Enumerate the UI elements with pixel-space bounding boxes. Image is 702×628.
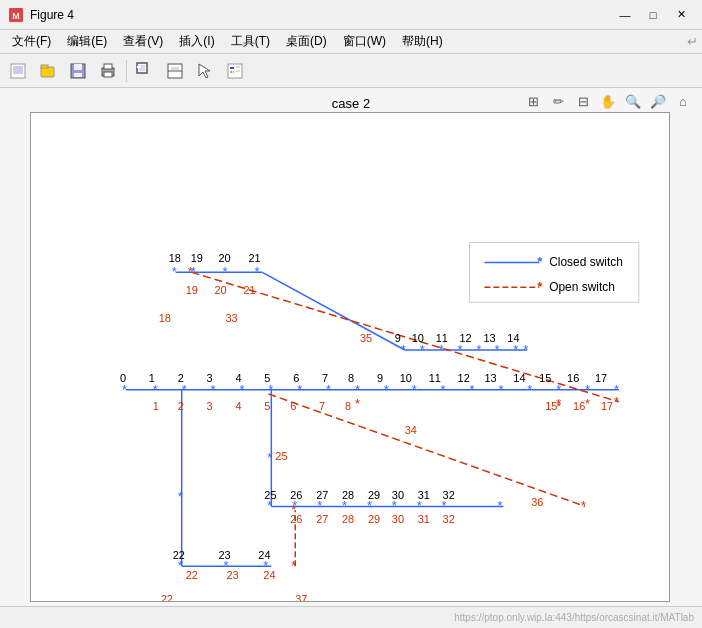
svg-text:30: 30 [392,513,404,525]
svg-text:23: 23 [219,549,231,561]
menu-window[interactable]: 窗口(W) [335,31,394,52]
svg-text:25: 25 [275,450,287,462]
svg-text:36: 36 [531,496,543,508]
svg-text:12: 12 [458,372,470,384]
svg-text:32: 32 [443,489,455,501]
maximize-button[interactable]: □ [640,5,666,25]
svg-rect-24 [31,113,668,601]
zoom-button[interactable] [131,57,159,85]
svg-text:3: 3 [207,372,213,384]
svg-text:Open switch: Open switch [549,280,615,294]
svg-rect-5 [41,65,48,68]
open-button[interactable] [34,57,62,85]
menu-desktop[interactable]: 桌面(D) [278,31,335,52]
svg-text:15: 15 [539,372,551,384]
zoom-in-icon[interactable]: 🔍 [622,90,644,112]
svg-rect-11 [104,72,112,77]
zoom-out-icon[interactable]: 🔎 [647,90,669,112]
svg-text:9: 9 [395,332,401,344]
svg-text:*: * [188,264,193,279]
svg-text:9: 9 [377,372,383,384]
menu-file[interactable]: 文件(F) [4,31,59,52]
menu-view[interactable]: 查看(V) [115,31,171,52]
legend-button[interactable] [221,57,249,85]
svg-text:*: * [585,396,590,411]
window-title: Figure 4 [30,8,612,22]
svg-marker-18 [199,64,210,78]
svg-text:33: 33 [226,312,238,324]
svg-text:*: * [211,382,216,397]
save-button[interactable] [64,57,92,85]
svg-text:13: 13 [484,372,496,384]
svg-text:15: 15 [545,400,557,412]
svg-text:*: * [441,382,446,397]
svg-text:24: 24 [263,569,275,581]
svg-text:8: 8 [345,400,351,412]
svg-text:20: 20 [215,284,227,296]
svg-text:*: * [614,394,619,409]
cursor-button[interactable] [191,57,219,85]
figure-title: case 2 [332,92,370,113]
svg-text:24: 24 [258,549,270,561]
menu-help[interactable]: 帮助(H) [394,31,451,52]
svg-text:29: 29 [368,513,380,525]
pencil-icon[interactable]: ✏ [547,90,569,112]
hand-icon[interactable]: ✋ [597,90,619,112]
svg-rect-14 [137,66,141,68]
svg-text:19: 19 [186,284,198,296]
svg-text:Closed switch: Closed switch [549,255,623,269]
full-button[interactable] [161,57,189,85]
svg-text:*: * [172,264,177,279]
svg-text:19: 19 [191,252,203,264]
svg-text:12: 12 [460,332,472,344]
svg-text:13: 13 [483,332,495,344]
svg-text:10: 10 [400,372,412,384]
svg-text:17: 17 [595,372,607,384]
svg-text:22: 22 [186,569,198,581]
svg-text:26: 26 [290,513,302,525]
toolbar [0,54,702,88]
svg-text:11: 11 [429,372,441,384]
svg-text:18: 18 [159,312,171,324]
svg-text:*: * [178,489,183,504]
print-button[interactable] [94,57,122,85]
new-figure-button[interactable] [4,57,32,85]
menu-edit[interactable]: 编辑(E) [59,31,115,52]
svg-text:23: 23 [227,569,239,581]
svg-text:*: * [498,382,503,397]
svg-text:25: 25 [264,489,276,501]
home-icon[interactable]: ⌂ [672,90,694,112]
svg-text:*: * [476,342,481,357]
svg-text:5: 5 [264,372,270,384]
pan-icon[interactable]: ⊞ [522,90,544,112]
svg-text:34: 34 [405,424,417,436]
svg-text:*: * [297,382,302,397]
svg-text:18: 18 [169,252,181,264]
menu-tools[interactable]: 工具(T) [223,31,278,52]
svg-text:27: 27 [316,513,328,525]
close-button[interactable]: ✕ [668,5,694,25]
svg-rect-8 [74,73,82,77]
svg-text:*: * [384,382,389,397]
app-icon: M [8,7,24,23]
svg-text:31: 31 [418,489,430,501]
svg-text:17: 17 [601,400,613,412]
save2-icon[interactable]: ⊟ [572,90,594,112]
svg-text:22: 22 [173,549,185,561]
figure-tools[interactable]: ⊞ ✏ ⊟ ✋ 🔍 🔎 ⌂ [522,90,694,112]
menu-insert[interactable]: 插入(I) [171,31,222,52]
window-controls[interactable]: — □ ✕ [612,5,694,25]
svg-text:*: * [326,382,331,397]
svg-text:28: 28 [342,513,354,525]
toolbar-sep-1 [126,60,127,82]
svg-text:*: * [470,382,475,397]
svg-text:*: * [182,382,187,397]
svg-rect-23 [236,70,240,72]
svg-text:3: 3 [207,400,213,412]
minimize-button[interactable]: — [612,5,638,25]
svg-text:8: 8 [348,372,354,384]
svg-text:22: 22 [161,593,173,602]
svg-text:35: 35 [360,332,372,344]
svg-text:7: 7 [319,400,325,412]
svg-text:*: * [494,342,499,357]
